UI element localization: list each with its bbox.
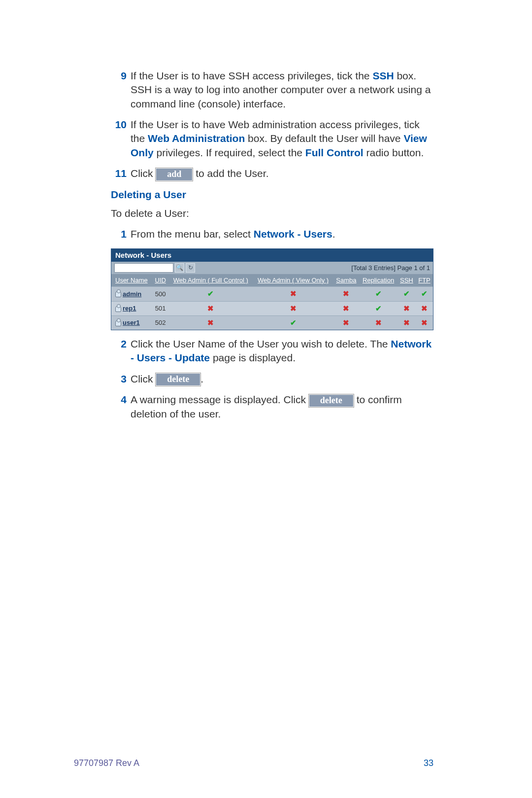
cross-icon: ✖ [343,289,349,298]
cell-wa-view: ✖ [253,287,333,301]
step-number: 1 [111,227,131,241]
text: Click [131,168,156,179]
col-ftp[interactable]: FTP [416,274,433,287]
cell-ssh: ✖ [398,315,416,330]
cell-uid: 502 [152,315,168,330]
cell-wa-view: ✔ [253,315,333,330]
text: A warning message is displayed. Click [131,394,309,405]
delete-step-3: 3 Click delete. [111,372,433,386]
text: . [332,228,335,240]
step-body: Click the User Name of the User you wish… [131,337,433,365]
delete-step-1: 1 From the menu bar, select Network - Us… [111,227,433,241]
cell-username[interactable]: user1 [111,315,152,330]
col-webadmin-view[interactable]: Web Admin ( View Only ) [253,274,333,287]
cross-icon: ✖ [343,304,349,312]
col-username[interactable]: User Name [111,274,152,287]
cell-uid: 500 [152,287,168,301]
cell-ssh: ✔ [398,287,416,301]
cell-wa-view: ✖ [253,301,333,315]
page-footer: 97707987 Rev A 33 [74,758,433,768]
text: page is displayed. [210,352,296,363]
check-icon: ✔ [403,289,410,298]
cross-icon: ✖ [403,304,410,312]
check-icon: ✔ [375,289,382,298]
step-body: If the User is to have Web administratio… [131,118,433,160]
check-icon: ✔ [290,318,297,327]
cell-samba: ✖ [333,287,360,301]
cell-repl: ✔ [359,301,398,315]
ssh-label: SSH [372,70,394,81]
web-admin-label: Web Administration [148,133,245,144]
text: to add the User. [193,168,268,179]
step-11: 11 Click add to add the User. [111,167,433,180]
table-row: user1502✖✔✖✖✖✖ [111,315,433,330]
cell-samba: ✖ [333,301,360,315]
col-replication[interactable]: Replication [359,274,398,287]
cell-username[interactable]: rep1 [111,301,152,315]
delete-button-confirm[interactable]: delete [309,394,354,407]
cell-repl: ✔ [359,287,398,301]
deleting-user-heading: Deleting a User [111,188,433,202]
cell-username[interactable]: admin [111,287,152,301]
network-users-panel: Network - Users 🔍 ↻ [Total 3 Entries] Pa… [111,248,433,331]
step-10: 10 If the User is to have Web administra… [111,118,433,160]
cell-wa-full: ✖ [168,315,253,330]
text: radio button. [364,147,424,158]
doc-id: 97707987 Rev A [74,758,139,768]
cell-ftp: ✖ [416,315,433,330]
search-input[interactable] [114,263,173,273]
step-number: 10 [111,118,131,160]
network-users-link: Network - Users [254,228,332,240]
col-webadmin-full[interactable]: Web Admin ( Full Control ) [168,274,253,287]
step-number: 3 [111,372,131,386]
cell-uid: 501 [152,301,168,315]
cross-icon: ✖ [421,318,428,327]
step-body: If the User is to have SSH access privil… [131,69,433,111]
text: privileges. If required, select the [154,147,305,158]
step-body: From the menu bar, select Network - User… [131,227,433,241]
full-control-label: Full Control [305,147,364,158]
text: Click the User Name of the User you wish… [131,338,391,349]
cell-ftp: ✔ [416,287,433,301]
search-icon[interactable]: 🔍 [175,263,184,273]
pagination-info: [Total 3 Entries] Page 1 of 1 [351,264,430,273]
user-icon [115,291,121,297]
table-row: admin500✔✖✖✔✔✔ [111,287,433,301]
delete-button[interactable]: delete [156,373,200,386]
step-number: 11 [111,167,131,180]
cross-icon: ✖ [207,304,214,312]
panel-toolbar: 🔍 ↻ [Total 3 Entries] Page 1 of 1 [111,262,433,274]
cross-icon: ✖ [421,304,428,312]
step-9: 9 If the User is to have SSH access priv… [111,69,433,111]
cross-icon: ✖ [403,318,410,327]
users-table: User Name UID Web Admin ( Full Control )… [111,274,433,330]
step-body: Click delete. [131,372,433,386]
step-number: 4 [111,393,131,421]
cross-icon: ✖ [207,318,214,327]
col-ssh[interactable]: SSH [398,274,416,287]
text: If the User is to have SSH access privil… [131,70,372,81]
cell-ftp: ✖ [416,301,433,315]
add-button[interactable]: add [156,168,193,181]
check-icon: ✔ [375,304,382,312]
col-samba[interactable]: Samba [333,274,360,287]
step-body: Click add to add the User. [131,167,433,180]
check-icon: ✔ [207,289,214,298]
col-uid[interactable]: UID [152,274,168,287]
cross-icon: ✖ [290,304,297,312]
delete-step-4: 4 A warning message is displayed. Click … [111,393,433,421]
cross-icon: ✖ [343,318,349,327]
step-body: A warning message is displayed. Click de… [131,393,433,421]
text: From the menu bar, select [131,228,254,240]
page-number: 33 [424,758,433,768]
cell-wa-full: ✖ [168,301,253,315]
step-number: 2 [111,337,131,365]
delete-intro: To delete a User: [111,207,433,220]
delete-step-2: 2 Click the User Name of the User you wi… [111,337,433,365]
table-row: rep1501✖✖✖✔✖✖ [111,301,433,315]
refresh-icon[interactable]: ↻ [186,263,195,273]
cell-wa-full: ✔ [168,287,253,301]
step-number: 9 [111,69,131,111]
cross-icon: ✖ [375,318,382,327]
panel-title: Network - Users [111,249,433,262]
